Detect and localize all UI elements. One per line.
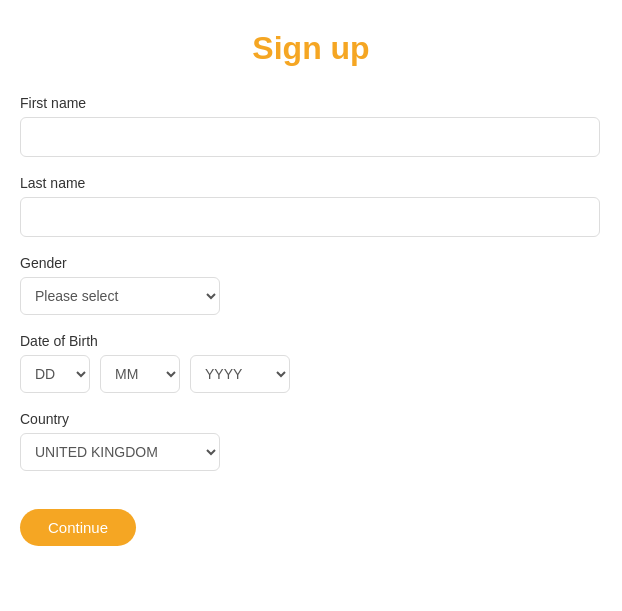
first-name-label: First name [20, 95, 602, 111]
dob-group: Date of Birth DD 010203 040506 070809 10… [20, 333, 602, 393]
last-name-group: Last name [20, 175, 602, 237]
dob-selects: DD 010203 040506 070809 101112 131415 16… [20, 355, 602, 393]
dob-year-select[interactable]: YYYY 202420232010 200019901980 197019601… [190, 355, 290, 393]
last-name-input[interactable] [20, 197, 600, 237]
country-group: Country UNITED KINGDOM UNITED STATES CAN… [20, 411, 602, 471]
country-select[interactable]: UNITED KINGDOM UNITED STATES CANADA AUST… [20, 433, 220, 471]
last-name-label: Last name [20, 175, 602, 191]
first-name-input[interactable] [20, 117, 600, 157]
gender-group: Gender Please select Male Female Other P… [20, 255, 602, 315]
country-label: Country [20, 411, 602, 427]
gender-label: Gender [20, 255, 602, 271]
first-name-group: First name [20, 95, 602, 157]
dob-day-select[interactable]: DD 010203 040506 070809 101112 131415 16… [20, 355, 90, 393]
signup-form-container: Sign up First name Last name Gender Plea… [0, 0, 622, 586]
page-title: Sign up [20, 30, 602, 67]
dob-label: Date of Birth [20, 333, 602, 349]
gender-select[interactable]: Please select Male Female Other Prefer n… [20, 277, 220, 315]
dob-month-select[interactable]: MM 010203 040506 070809 101112 [100, 355, 180, 393]
continue-button[interactable]: Continue [20, 509, 136, 546]
